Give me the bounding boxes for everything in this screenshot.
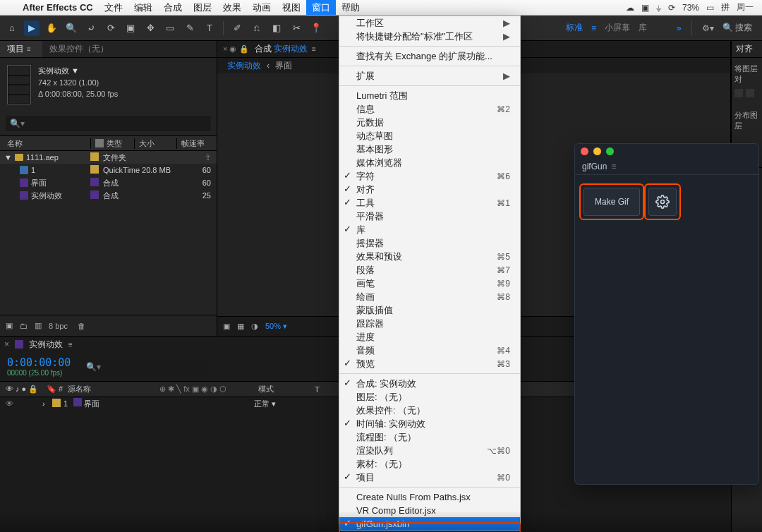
menu-item[interactable]: 图层: （无） (339, 390, 520, 404)
workspace-standard[interactable]: 标准 (566, 22, 583, 34)
menu-item[interactable]: 查找有关 Exchange 的扩展功能... (339, 49, 520, 63)
timecode[interactable]: 0:00:00:00 (0, 356, 71, 369)
menu-item[interactable]: 效果控件: （无） (339, 404, 520, 417)
menu-item[interactable]: 效果和预设⌘5 (339, 250, 520, 263)
trash-icon[interactable]: 🗑 (78, 322, 85, 330)
gifgun-window[interactable]: gifGun ≡ Make Gif (574, 143, 759, 485)
menu-item[interactable]: ✓预览⌘3 (339, 357, 520, 370)
eraser-tool-icon[interactable]: ◧ (269, 20, 284, 36)
menu-item[interactable]: 元数据 (339, 116, 520, 129)
wechat-icon[interactable]: ☁ (626, 3, 634, 13)
rect-tool-icon[interactable]: ▭ (162, 20, 178, 36)
menu-animation[interactable]: 动画 (247, 0, 277, 15)
orbit-tool-icon[interactable]: ⤾ (83, 20, 99, 36)
menu-item[interactable]: 进度 (339, 330, 520, 344)
menu-item[interactable]: 工作区▶ (339, 16, 520, 30)
gifgun-settings-button[interactable] (648, 188, 677, 216)
make-gif-button[interactable]: Make Gif (583, 188, 640, 216)
panel-align-title[interactable]: 对齐 (736, 43, 753, 55)
menu-item[interactable]: 媒体浏览器 (339, 156, 520, 169)
roto-tool-icon[interactable]: ✂ (289, 20, 304, 36)
viewer-grid-icon[interactable]: ▦ (237, 322, 244, 331)
menu-item[interactable]: 基本图形 (339, 143, 520, 156)
menu-file[interactable]: 文件 (99, 0, 128, 15)
menu-item[interactable]: 绘画⌘8 (339, 290, 520, 303)
menu-item[interactable]: 将快捷键分配给"标准"工作区▶ (339, 30, 520, 43)
menu-composition[interactable]: 合成 (158, 0, 188, 15)
sync-icon[interactable]: ⟳ (668, 3, 675, 13)
workspace-menu-icon[interactable]: ≡ (591, 23, 596, 33)
menu-item[interactable]: 蒙版插值 (339, 303, 520, 317)
settings-icon[interactable]: ⚙▾ (702, 23, 714, 33)
bpc-indicator[interactable]: 8 bpc (49, 322, 68, 330)
menu-item[interactable]: 扩展▶ (339, 69, 520, 83)
timeline-search[interactable]: 🔍▾ (82, 359, 209, 375)
breadcrumb-comp[interactable]: 实例动效 (227, 60, 261, 72)
camera-tool-icon[interactable]: ▣ (123, 20, 138, 36)
menu-item[interactable]: 信息⌘2 (339, 102, 520, 116)
col-header-type[interactable]: 类型 (90, 138, 134, 149)
breadcrumb-layer[interactable]: 界面 (275, 60, 292, 72)
close-traffic-icon[interactable] (581, 147, 588, 155)
wifi-icon[interactable]: ⏚ (656, 3, 661, 13)
menu-item[interactable]: 跟踪器 (339, 317, 520, 330)
zoom-traffic-icon[interactable] (606, 147, 614, 155)
brush-tool-icon[interactable]: ✐ (229, 20, 245, 36)
menu-item[interactable]: ✓项目⌘0 (339, 471, 520, 484)
menu-layer[interactable]: 图层 (188, 0, 217, 15)
ime-indicator[interactable]: 拼 (721, 1, 730, 13)
menu-edit[interactable]: 编辑 (128, 0, 158, 15)
anchor-tool-icon[interactable]: ✥ (143, 20, 158, 36)
menu-help[interactable]: 帮助 (336, 0, 365, 15)
menu-item[interactable]: ✓对齐 (339, 183, 520, 196)
menu-item[interactable]: 段落⌘7 (339, 263, 520, 277)
minimize-traffic-icon[interactable] (593, 147, 601, 155)
search-icon[interactable]: 🔍 搜索 (722, 22, 752, 34)
project-row[interactable]: 界面 合成 60 (0, 176, 217, 189)
new-folder-icon[interactable]: 🗀 (20, 322, 28, 330)
col-header-fps[interactable]: 帧速率 (176, 138, 217, 149)
menu-item[interactable]: 动态草图 (339, 129, 520, 143)
project-row[interactable]: ▼1111.aep 文件夹 ⇪ (0, 151, 217, 164)
menu-item[interactable]: 平滑器 (339, 210, 520, 223)
col-header-size[interactable]: 大小 (134, 138, 176, 149)
project-row[interactable]: 1 QuickTime 20.8 MB 60 (0, 164, 217, 176)
pen-tool-icon[interactable]: ✎ (182, 20, 198, 36)
selection-tool-icon[interactable]: ▶ (24, 20, 40, 36)
menu-window[interactable]: 窗口 (306, 0, 336, 15)
menu-item[interactable]: 音频⌘4 (339, 344, 520, 357)
menu-item[interactable]: ✓库 (339, 223, 520, 236)
menu-item[interactable]: ✓字符⌘6 (339, 169, 520, 183)
zoom-dropdown[interactable]: 50% ▾ (265, 322, 287, 331)
tab-project[interactable]: 项目 ≡ (0, 41, 42, 57)
interpret-icon[interactable]: ▣ (6, 321, 13, 330)
col-header-name[interactable]: 名称 (0, 138, 90, 149)
viewer-res-icon[interactable]: ▣ (223, 322, 230, 331)
timeline-tab[interactable]: 实例动效 (29, 339, 63, 351)
workspace-library[interactable]: 库 (639, 22, 647, 34)
text-tool-icon[interactable]: T (202, 20, 217, 36)
puppet-tool-icon[interactable]: 📍 (308, 20, 324, 36)
comp-tab-name[interactable]: 实例动效 (274, 43, 308, 55)
menu-item[interactable]: ✓合成: 实例动效 (339, 377, 520, 390)
zoom-tool-icon[interactable]: 🔍 (64, 20, 79, 36)
menu-item[interactable]: 摇摆器 (339, 236, 520, 250)
menu-item[interactable]: Create Nulls From Paths.jsx (339, 490, 520, 504)
workspace-small[interactable]: 小屏幕 (605, 22, 630, 34)
menu-item[interactable]: 渲染队列⌥⌘0 (339, 444, 520, 457)
menu-item[interactable]: 素材: （无） (339, 457, 520, 471)
menu-item[interactable]: 流程图: （无） (339, 430, 520, 444)
rotate-tool-icon[interactable]: ⟳ (103, 20, 119, 36)
menu-item[interactable]: ✓时间轴: 实例动效 (339, 417, 520, 430)
home-icon[interactable]: ⌂ (4, 20, 20, 36)
project-row[interactable]: 实例动效 合成 25 (0, 189, 217, 202)
app-name[interactable]: After Effects CC (17, 2, 99, 13)
status-icon[interactable]: ▣ (641, 3, 649, 13)
menu-view[interactable]: 视图 (277, 0, 306, 15)
menu-item[interactable]: Lumetri 范围 (339, 89, 520, 102)
menu-item[interactable]: ✓工具⌘1 (339, 196, 520, 210)
viewer-mask-icon[interactable]: ◑ (251, 322, 258, 331)
new-comp-icon[interactable]: ▥ (35, 321, 42, 330)
tab-effect-controls[interactable]: 效果控件（无） (42, 41, 116, 57)
menu-effect[interactable]: 效果 (217, 0, 247, 15)
